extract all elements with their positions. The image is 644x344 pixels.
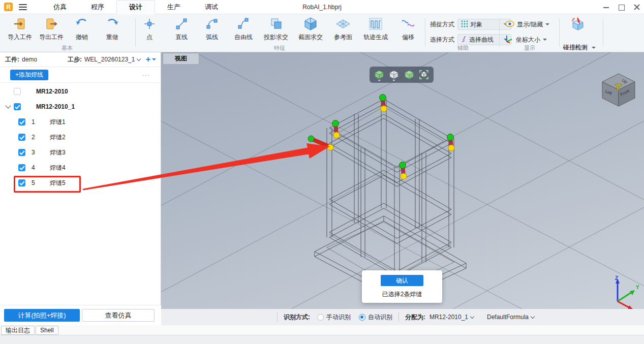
weld-row-2[interactable]: 2 焊缝2	[0, 130, 161, 145]
hamburger-menu-icon[interactable]	[19, 4, 27, 10]
view-cube[interactable]: Up Left Front	[602, 74, 635, 106]
checkbox-unchecked[interactable]	[14, 88, 21, 95]
application-window: R RobAI_1.hbprj 仿真 程序 设计 生产 调试 导入工件 导出工件	[0, 0, 644, 344]
fit-view-button[interactable]	[418, 68, 430, 81]
solid-view-button[interactable]	[403, 68, 415, 81]
section-cube-icon	[303, 16, 318, 32]
group-label-other: 其它	[557, 44, 598, 52]
maximize-button[interactable]	[619, 4, 625, 10]
reference-plane-icon	[335, 16, 351, 32]
import-workpiece-button[interactable]: 导入工件	[5, 16, 35, 44]
freeline-icon	[237, 16, 250, 32]
chevron-down-icon[interactable]	[152, 58, 156, 60]
tree-row-mr12-2010-1[interactable]: MR12-2010_1	[0, 99, 161, 114]
weld-row-4[interactable]: 4 焊缝4	[0, 160, 161, 175]
assign-target-dropdown[interactable]: MR12-2010_1	[430, 314, 474, 321]
tab-design[interactable]: 设计	[116, 0, 155, 14]
select-mode-label: 选择方式	[430, 36, 454, 44]
workpiece-label: 工件:	[5, 55, 19, 64]
group-label-basic: 基本	[5, 44, 129, 52]
export-workpiece-button[interactable]: 导出工件	[37, 16, 66, 44]
selection-dialog: 确认 已选择2条焊缝	[362, 270, 442, 303]
view-simulation-button[interactable]: 查看仿真	[82, 309, 155, 322]
curve-select-icon	[461, 36, 467, 44]
redo-button[interactable]: 重做	[101, 16, 124, 44]
auto-recognition-label[interactable]: 自动识别	[368, 313, 392, 322]
close-button[interactable]	[634, 4, 640, 10]
tab-simulation[interactable]: 仿真	[41, 0, 79, 14]
axis-size-button[interactable]: 坐标大小	[505, 35, 547, 45]
add-step-button[interactable]: +	[145, 54, 150, 65]
arc-icon	[206, 16, 218, 32]
output-log-tab[interactable]: 输出日志	[1, 326, 35, 335]
collision-icon	[571, 16, 586, 32]
undo-button[interactable]: 撤销	[70, 16, 94, 44]
confirm-button[interactable]: 确认	[381, 275, 423, 286]
collision-detect-button[interactable]	[562, 16, 595, 44]
undo-icon	[75, 16, 88, 32]
chevron-down-icon	[137, 56, 141, 60]
axis-triad: Z Y X	[615, 275, 639, 309]
auto-recognition-radio[interactable]	[359, 314, 365, 321]
shell-tab[interactable]: Shell	[36, 326, 58, 335]
tab-program[interactable]: 程序	[79, 0, 116, 14]
recognition-bar: 识别方式: 手动识别 自动识别 分配为: MR12-2010_1 Default…	[161, 309, 644, 325]
axis-icon	[505, 35, 513, 45]
assign-to-label: 分配为:	[405, 313, 425, 322]
freeline-tool-button[interactable]: 自由线	[229, 16, 258, 44]
manual-recognition-label[interactable]: 手动识别	[326, 313, 351, 322]
offset-icon	[401, 16, 416, 32]
point-icon	[143, 16, 156, 32]
workpiece-value: demo	[22, 56, 37, 63]
trajectory-generate-button[interactable]: 轨迹生成	[360, 16, 391, 44]
eye-icon	[505, 20, 514, 29]
title-bar: R RobAI_1.hbprj 仿真 程序 设计 生产 调试	[0, 0, 644, 14]
chevron-down-icon	[545, 23, 549, 25]
compute-button[interactable]: 计算(拍照+焊接)	[4, 309, 80, 322]
trajectory-icon	[368, 16, 383, 32]
viewport-tab[interactable]: 视图	[163, 53, 199, 64]
line-tool-button[interactable]: 直线	[169, 16, 194, 44]
grid-snap-icon	[461, 20, 468, 29]
svg-text:Z: Z	[615, 275, 618, 281]
snap-mode-dropdown[interactable]: 对象	[457, 19, 511, 30]
shaded-view-button[interactable]	[373, 68, 385, 81]
tree-row-mr12-2010[interactable]: MR12-2010	[0, 84, 161, 99]
add-weld-line-button[interactable]: +添加焊线	[10, 70, 48, 80]
svg-text:Y: Y	[636, 285, 639, 290]
reference-plane-button[interactable]: 参考面	[329, 16, 357, 44]
view-mode-toolbar	[370, 67, 434, 83]
weld-row-1[interactable]: 1 焊缝1	[0, 114, 161, 130]
group-label-display: 显示	[505, 44, 554, 52]
section-intersect-button[interactable]: 截面求交	[295, 16, 326, 44]
more-options-button[interactable]: ···	[142, 71, 150, 79]
main-menu: 仿真 程序 设计 生产 调试	[41, 0, 230, 14]
projection-intersect-button[interactable]: 投影求交	[260, 16, 292, 44]
viewport-3d[interactable]: Up Left Front Z Y X 视图	[161, 52, 644, 309]
tab-production[interactable]: 生产	[155, 0, 193, 14]
chevron-down-icon	[470, 314, 474, 318]
offset-button[interactable]: 偏移	[395, 16, 421, 44]
group-label-assist: 辅助	[430, 44, 496, 52]
step-label: 工步:	[68, 55, 82, 64]
redo-icon	[106, 16, 119, 32]
chevron-down-icon	[392, 80, 395, 81]
weld-row-3[interactable]: 3 焊缝3	[0, 145, 161, 160]
show-hide-button[interactable]: 显示/隐藏	[505, 20, 549, 29]
checkbox-checked[interactable]	[14, 103, 21, 110]
status-bar: 输出日志 Shell	[0, 325, 644, 335]
point-tool-button[interactable]: 点	[138, 16, 161, 44]
weld-row-5[interactable]: 5 焊缝5	[0, 175, 161, 191]
select-mode-dropdown[interactable]: 选择曲线	[457, 34, 511, 45]
recognition-mode-label: 识别方式:	[284, 313, 310, 322]
manual-recognition-radio[interactable]	[317, 314, 324, 321]
formula-dropdown[interactable]: DefaultFormula	[487, 314, 534, 321]
step-dropdown[interactable]: WEL_20260123_1	[84, 56, 140, 63]
chevron-expand-icon[interactable]	[5, 103, 11, 108]
app-logo[interactable]: R	[4, 3, 13, 11]
arc-tool-button[interactable]: 弧线	[199, 16, 225, 44]
wireframe-view-button[interactable]	[388, 68, 400, 81]
tab-debug[interactable]: 调试	[193, 0, 230, 14]
minimize-button[interactable]	[603, 4, 609, 10]
selection-count-message: 已选择2条焊缝	[382, 290, 422, 299]
